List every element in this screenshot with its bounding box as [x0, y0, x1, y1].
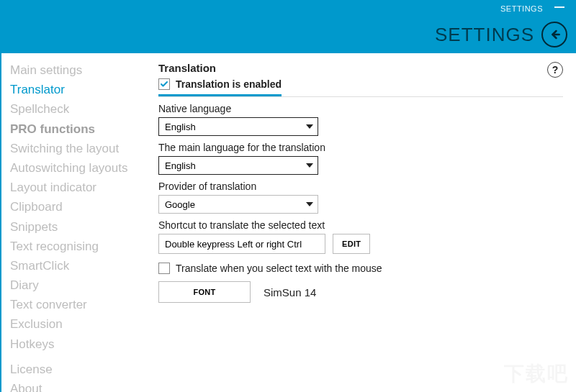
- chevron-down-icon: [306, 124, 313, 129]
- shortcut-input[interactable]: [158, 234, 325, 254]
- translation-enabled-row: Translation is enabled: [158, 78, 282, 90]
- watermark: 下载吧: [504, 360, 569, 388]
- sidebar-divider: [10, 354, 145, 360]
- sidebar-item-hotkeys[interactable]: Hotkeys: [10, 334, 145, 354]
- header-bar: SETTINGS SETTINGS: [1, 1, 576, 53]
- main-language-label: The main language for the translation: [158, 142, 563, 153]
- help-button[interactable]: ?: [547, 62, 563, 78]
- page-title: SETTINGS: [435, 24, 534, 46]
- native-language-label: Native language: [158, 103, 563, 114]
- main-language-value: English: [165, 160, 196, 171]
- header-breadcrumb: SETTINGS: [500, 4, 543, 13]
- sidebar-item-layout-indicator[interactable]: Layout indicator: [10, 178, 145, 197]
- chevron-down-icon: [306, 163, 313, 168]
- sidebar-item-license[interactable]: License: [10, 360, 145, 379]
- translation-enabled-label: Translation is enabled: [176, 78, 282, 90]
- section-title: Translation: [158, 62, 563, 74]
- arrow-left-icon: [547, 27, 562, 42]
- sidebar: Main settingsTranslatorSpellcheckPRO fun…: [1, 53, 145, 392]
- sidebar-item-text-converter[interactable]: Text converter: [10, 295, 145, 314]
- help-icon: ?: [552, 64, 559, 76]
- font-button[interactable]: FONT: [158, 281, 251, 303]
- translate-on-select-label: Translate when you select text with the …: [176, 263, 382, 274]
- translate-on-select-row: Translate when you select text with the …: [158, 263, 563, 274]
- font-row: FONT SimSun 14: [158, 281, 563, 303]
- sidebar-item-translator[interactable]: Translator: [10, 80, 145, 99]
- shortcut-label: Shortcut to translate the selected text: [158, 219, 563, 231]
- provider-select[interactable]: Google: [158, 195, 318, 214]
- sidebar-item-diary[interactable]: Diary: [10, 275, 145, 295]
- sidebar-item-spellcheck[interactable]: Spellcheck: [10, 99, 145, 119]
- content-panel: ? Translation Translation is enabled Nat…: [145, 53, 576, 392]
- sidebar-item-about[interactable]: About: [10, 379, 145, 392]
- main-language-select[interactable]: English: [158, 156, 318, 175]
- edit-shortcut-button[interactable]: EDIT: [333, 234, 370, 254]
- sidebar-item-exclusion[interactable]: Exclusion: [10, 314, 145, 334]
- native-language-value: English: [165, 122, 196, 132]
- sidebar-item-clipboard[interactable]: Clipboard: [10, 197, 145, 216]
- chevron-down-icon: [306, 202, 313, 206]
- sidebar-item-text-recognising[interactable]: Text recognising: [10, 237, 145, 256]
- shortcut-row: EDIT: [158, 234, 563, 254]
- provider-label: Provider of translation: [158, 181, 563, 192]
- translate-on-select-checkbox[interactable]: [158, 263, 170, 274]
- font-display: SimSun 14: [264, 286, 316, 298]
- tab-underline: Translation is enabled: [158, 78, 563, 97]
- native-language-select[interactable]: English: [158, 117, 318, 136]
- sidebar-item-pro-functions[interactable]: PRO functions: [10, 119, 145, 139]
- sidebar-item-main-settings[interactable]: Main settings: [10, 60, 145, 80]
- body: Main settingsTranslatorSpellcheckPRO fun…: [1, 53, 576, 392]
- sidebar-item-autoswitching-layouts[interactable]: Autoswitching layouts: [10, 158, 145, 178]
- sidebar-item-snippets[interactable]: Snippets: [10, 217, 145, 237]
- provider-value: Google: [165, 199, 195, 210]
- minimize-button[interactable]: [554, 6, 564, 8]
- translation-enabled-checkbox[interactable]: [158, 78, 170, 90]
- sidebar-item-switching-the-layout[interactable]: Switching the layout: [10, 139, 145, 158]
- check-icon: [160, 80, 168, 88]
- back-button[interactable]: [541, 22, 567, 47]
- sidebar-item-smartclick[interactable]: SmartClick: [10, 256, 145, 275]
